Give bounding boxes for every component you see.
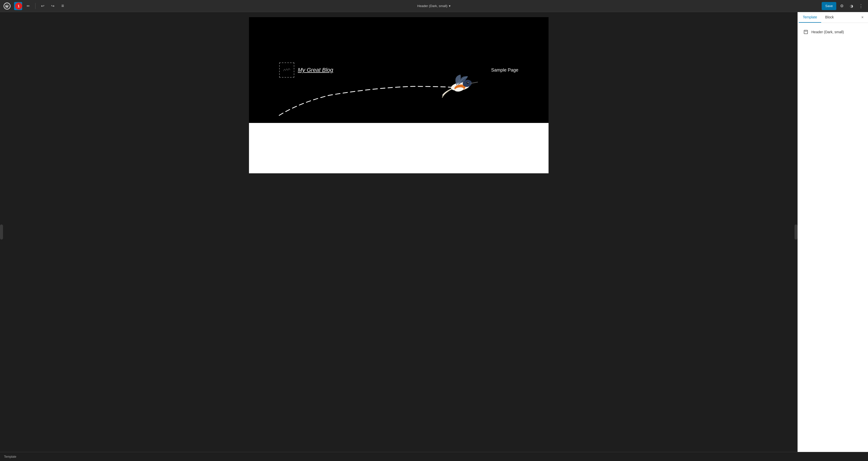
toolbar: W + ✏ ↩ ↪ ≡ 1 Header (Dark, small) ▾ Sav… <box>0 0 868 12</box>
status-label: Template <box>4 455 17 459</box>
redo-button[interactable]: ↪ <box>49 2 57 10</box>
scroll-handle-right <box>795 225 798 239</box>
svg-point-4 <box>454 84 466 91</box>
document-title-label: Header (Dark, small) <box>417 4 447 8</box>
status-bar: Template <box>0 452 868 461</box>
edit-tool-button[interactable]: ✏ <box>24 2 32 10</box>
svg-text:W: W <box>5 4 8 8</box>
tab-block[interactable]: Block <box>821 12 838 23</box>
panel-close-button[interactable]: × <box>859 14 866 21</box>
template-item-label: Header (Dark, small) <box>811 30 844 34</box>
blog-title[interactable]: My Great Blog <box>298 67 333 73</box>
page-canvas: My Great Blog Sample Page <box>249 17 549 173</box>
list-view-button[interactable]: ≡ <box>59 2 67 10</box>
canvas-wrapper: My Great Blog Sample Page <box>0 12 798 452</box>
more-options-button[interactable]: ⋮ <box>857 2 865 10</box>
template-item-icon <box>803 29 809 35</box>
scroll-handle-left <box>0 225 3 239</box>
logo-placeholder <box>279 62 294 78</box>
save-button[interactable]: Save <box>822 2 836 10</box>
svg-point-7 <box>467 82 469 84</box>
canvas-scroll-area: My Great Blog Sample Page <box>0 12 798 452</box>
main-area: My Great Blog Sample Page <box>0 12 868 452</box>
right-panel: Template Block × Header (Dark, small) <box>798 12 868 452</box>
svg-point-5 <box>462 79 472 88</box>
svg-rect-11 <box>805 31 807 31</box>
svg-line-6 <box>470 82 477 83</box>
settings-button[interactable]: ⚙ <box>838 2 846 10</box>
undo-button[interactable]: ↩ <box>38 2 46 10</box>
svg-point-9 <box>455 87 464 92</box>
nav-menu[interactable]: Sample Page <box>491 67 518 73</box>
template-item-header[interactable]: Header (Dark, small) <box>802 27 864 37</box>
panel-header: Template Block × <box>798 12 868 23</box>
panel-content: Header (Dark, small) <box>798 23 868 452</box>
body-section <box>249 123 549 173</box>
logo-area: My Great Blog <box>279 62 333 78</box>
document-title-button[interactable]: Header (Dark, small) ▾ <box>415 3 453 9</box>
notification-badge: 1 <box>15 2 22 9</box>
toolbar-right: Save ⚙ ◑ ⋮ <box>822 2 865 10</box>
wp-logo[interactable]: W <box>3 2 11 10</box>
dropdown-chevron-icon: ▾ <box>449 4 451 8</box>
bird-scene <box>249 37 549 123</box>
header-section: My Great Blog Sample Page <box>249 17 549 123</box>
tab-template[interactable]: Template <box>799 12 821 23</box>
svg-rect-10 <box>804 30 808 34</box>
svg-point-3 <box>451 81 470 92</box>
svg-point-8 <box>468 82 468 83</box>
contrast-button[interactable]: ◑ <box>847 2 856 10</box>
